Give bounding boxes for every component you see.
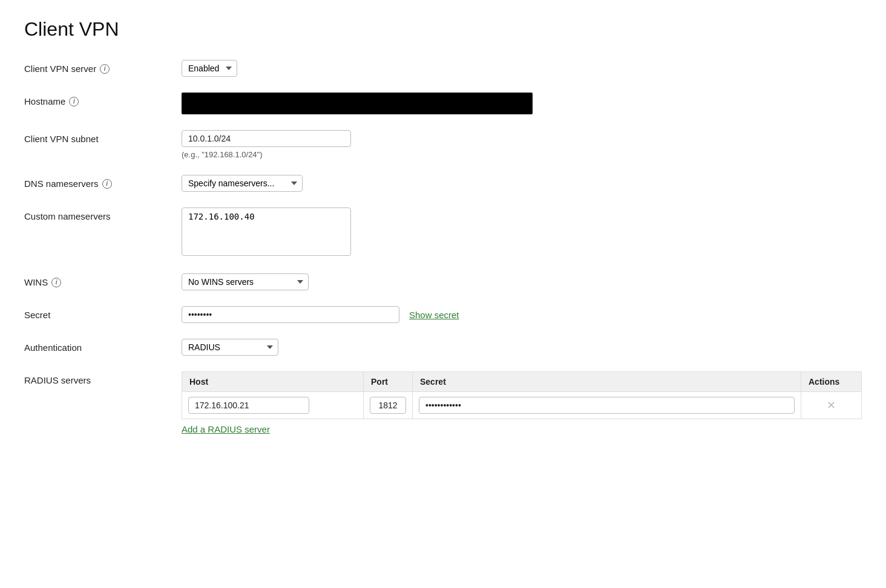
auth-control: RADIUS (182, 339, 862, 356)
auth-label: Authentication (24, 339, 182, 353)
radius-table-head: Host Port Secret Actions (182, 372, 862, 392)
table-row: ✕ (182, 392, 862, 419)
radius-table-body: ✕ (182, 392, 862, 419)
secret-row: Secret Show secret (24, 306, 862, 323)
radius-host-cell (182, 392, 364, 419)
radius-port-cell (364, 392, 413, 419)
vpn-server-label: Client VPN server i (24, 60, 182, 74)
radius-port-input[interactable] (370, 397, 406, 414)
subnet-input[interactable] (182, 130, 351, 147)
radius-label: RADIUS servers (24, 371, 182, 385)
radius-actions-cell: ✕ (801, 392, 862, 419)
radius-secret-cell (413, 392, 801, 419)
dns-row: DNS nameservers i Specify nameservers... (24, 175, 862, 192)
subnet-hint: (e.g., "192.168.1.0/24") (182, 150, 862, 159)
add-radius-server-link[interactable]: Add a RADIUS server (182, 424, 270, 434)
delete-radius-row-button[interactable]: ✕ (824, 399, 838, 412)
auth-row: Authentication RADIUS (24, 339, 862, 356)
show-secret-link[interactable]: Show secret (409, 310, 459, 320)
auth-select[interactable]: RADIUS (182, 339, 278, 356)
wins-select[interactable]: No WINS servers (182, 273, 309, 290)
page-title: Client VPN (24, 18, 862, 41)
radius-host-input[interactable] (188, 397, 309, 414)
radius-table: Host Port Secret Actions (182, 371, 862, 419)
secret-input-row: Show secret (182, 306, 862, 323)
radius-row: RADIUS servers Host Port Secret Actions (24, 371, 862, 434)
wins-row: WINS i No WINS servers (24, 273, 862, 290)
vpn-server-select[interactable]: Enabled (182, 60, 237, 77)
custom-ns-textarea[interactable]: 172.16.100.40 (182, 207, 351, 256)
dns-control: Specify nameservers... (182, 175, 862, 192)
custom-ns-control: 172.16.100.40 (182, 207, 862, 258)
secret-label: Secret (24, 306, 182, 320)
vpn-server-control: Enabled (182, 60, 862, 77)
custom-ns-label: Custom nameservers (24, 207, 182, 221)
subnet-label: Client VPN subnet (24, 130, 182, 144)
vpn-server-info-icon: i (100, 64, 110, 74)
hostname-row: Hostname i (24, 93, 862, 114)
col-port-header: Port (364, 372, 413, 392)
wins-info-icon: i (51, 278, 61, 287)
col-host-header: Host (182, 372, 364, 392)
secret-input[interactable] (182, 306, 399, 323)
hostname-field (182, 93, 533, 114)
custom-ns-row: Custom nameservers 172.16.100.40 (24, 207, 862, 258)
dns-info-icon: i (102, 179, 112, 189)
dns-select[interactable]: Specify nameservers... (182, 175, 303, 192)
hostname-control (182, 93, 862, 114)
radius-secret-input[interactable] (419, 397, 795, 414)
secret-control: Show secret (182, 306, 862, 323)
wins-control: No WINS servers (182, 273, 862, 290)
wins-label: WINS i (24, 273, 182, 287)
col-secret-header: Secret (413, 372, 801, 392)
dns-label: DNS nameservers i (24, 175, 182, 189)
radius-table-container: Host Port Secret Actions (182, 371, 862, 434)
col-actions-header: Actions (801, 372, 862, 392)
hostname-info-icon: i (69, 97, 79, 106)
vpn-server-row: Client VPN server i Enabled (24, 60, 862, 77)
radius-header-row: Host Port Secret Actions (182, 372, 862, 392)
subnet-control: (e.g., "192.168.1.0/24") (182, 130, 862, 159)
subnet-row: Client VPN subnet (e.g., "192.168.1.0/24… (24, 130, 862, 159)
hostname-label: Hostname i (24, 93, 182, 106)
